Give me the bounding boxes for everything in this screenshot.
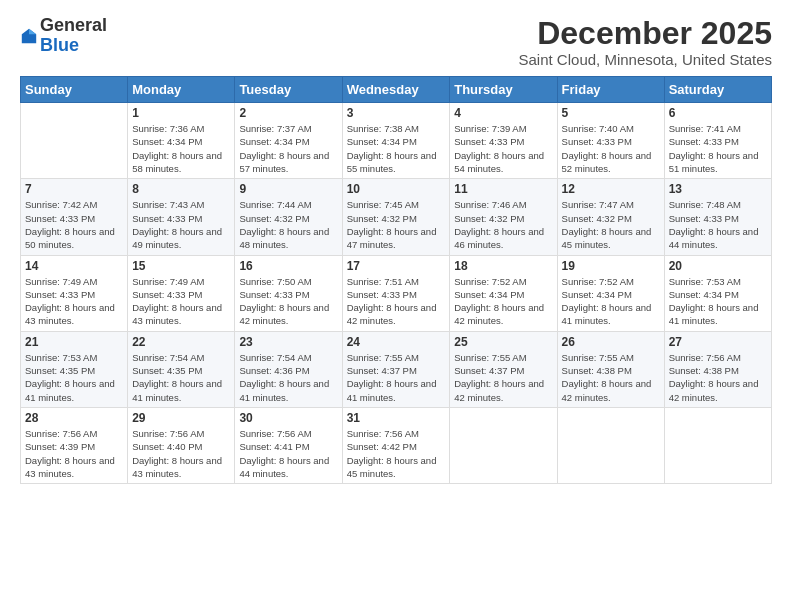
- day-cell: 13Sunrise: 7:48 AMSunset: 4:33 PMDayligh…: [664, 179, 771, 255]
- logo-text: General Blue: [40, 16, 107, 56]
- weekday-monday: Monday: [128, 77, 235, 103]
- day-info: Sunrise: 7:39 AMSunset: 4:33 PMDaylight:…: [454, 122, 552, 175]
- day-number: 24: [347, 335, 446, 349]
- day-number: 19: [562, 259, 660, 273]
- day-info: Sunrise: 7:52 AMSunset: 4:34 PMDaylight:…: [562, 275, 660, 328]
- day-cell: 25Sunrise: 7:55 AMSunset: 4:37 PMDayligh…: [450, 331, 557, 407]
- day-info: Sunrise: 7:38 AMSunset: 4:34 PMDaylight:…: [347, 122, 446, 175]
- day-cell: [450, 407, 557, 483]
- day-number: 26: [562, 335, 660, 349]
- day-cell: 27Sunrise: 7:56 AMSunset: 4:38 PMDayligh…: [664, 331, 771, 407]
- day-cell: 14Sunrise: 7:49 AMSunset: 4:33 PMDayligh…: [21, 255, 128, 331]
- day-cell: 22Sunrise: 7:54 AMSunset: 4:35 PMDayligh…: [128, 331, 235, 407]
- day-info: Sunrise: 7:54 AMSunset: 4:35 PMDaylight:…: [132, 351, 230, 404]
- logo-blue-text: Blue: [40, 36, 107, 56]
- day-number: 8: [132, 182, 230, 196]
- weekday-header-row: SundayMondayTuesdayWednesdayThursdayFrid…: [21, 77, 772, 103]
- day-cell: 10Sunrise: 7:45 AMSunset: 4:32 PMDayligh…: [342, 179, 450, 255]
- day-number: 22: [132, 335, 230, 349]
- day-number: 3: [347, 106, 446, 120]
- weekday-tuesday: Tuesday: [235, 77, 342, 103]
- day-info: Sunrise: 7:48 AMSunset: 4:33 PMDaylight:…: [669, 198, 767, 251]
- header-area: General Blue December 2025 Saint Cloud, …: [20, 16, 772, 68]
- day-number: 14: [25, 259, 123, 273]
- day-info: Sunrise: 7:49 AMSunset: 4:33 PMDaylight:…: [25, 275, 123, 328]
- day-number: 11: [454, 182, 552, 196]
- day-number: 10: [347, 182, 446, 196]
- weekday-wednesday: Wednesday: [342, 77, 450, 103]
- day-cell: 12Sunrise: 7:47 AMSunset: 4:32 PMDayligh…: [557, 179, 664, 255]
- day-info: Sunrise: 7:45 AMSunset: 4:32 PMDaylight:…: [347, 198, 446, 251]
- day-cell: 9Sunrise: 7:44 AMSunset: 4:32 PMDaylight…: [235, 179, 342, 255]
- weekday-saturday: Saturday: [664, 77, 771, 103]
- weekday-thursday: Thursday: [450, 77, 557, 103]
- day-number: 28: [25, 411, 123, 425]
- day-info: Sunrise: 7:51 AMSunset: 4:33 PMDaylight:…: [347, 275, 446, 328]
- month-title: December 2025: [519, 16, 772, 51]
- day-cell: [557, 407, 664, 483]
- day-number: 30: [239, 411, 337, 425]
- day-number: 6: [669, 106, 767, 120]
- location-title: Saint Cloud, Minnesota, United States: [519, 51, 772, 68]
- day-info: Sunrise: 7:55 AMSunset: 4:37 PMDaylight:…: [454, 351, 552, 404]
- day-info: Sunrise: 7:46 AMSunset: 4:32 PMDaylight:…: [454, 198, 552, 251]
- week-row-0: 1Sunrise: 7:36 AMSunset: 4:34 PMDaylight…: [21, 103, 772, 179]
- day-cell: 8Sunrise: 7:43 AMSunset: 4:33 PMDaylight…: [128, 179, 235, 255]
- week-row-4: 28Sunrise: 7:56 AMSunset: 4:39 PMDayligh…: [21, 407, 772, 483]
- day-cell: 31Sunrise: 7:56 AMSunset: 4:42 PMDayligh…: [342, 407, 450, 483]
- day-cell: 11Sunrise: 7:46 AMSunset: 4:32 PMDayligh…: [450, 179, 557, 255]
- logo-icon: [20, 27, 38, 45]
- day-cell: [664, 407, 771, 483]
- day-info: Sunrise: 7:43 AMSunset: 4:33 PMDaylight:…: [132, 198, 230, 251]
- day-cell: 16Sunrise: 7:50 AMSunset: 4:33 PMDayligh…: [235, 255, 342, 331]
- day-info: Sunrise: 7:49 AMSunset: 4:33 PMDaylight:…: [132, 275, 230, 328]
- day-cell: 7Sunrise: 7:42 AMSunset: 4:33 PMDaylight…: [21, 179, 128, 255]
- logo-general-text: General: [40, 16, 107, 36]
- svg-marker-1: [29, 29, 36, 34]
- day-cell: [21, 103, 128, 179]
- day-info: Sunrise: 7:40 AMSunset: 4:33 PMDaylight:…: [562, 122, 660, 175]
- day-info: Sunrise: 7:56 AMSunset: 4:39 PMDaylight:…: [25, 427, 123, 480]
- day-number: 7: [25, 182, 123, 196]
- week-row-3: 21Sunrise: 7:53 AMSunset: 4:35 PMDayligh…: [21, 331, 772, 407]
- day-cell: 28Sunrise: 7:56 AMSunset: 4:39 PMDayligh…: [21, 407, 128, 483]
- day-info: Sunrise: 7:52 AMSunset: 4:34 PMDaylight:…: [454, 275, 552, 328]
- day-info: Sunrise: 7:37 AMSunset: 4:34 PMDaylight:…: [239, 122, 337, 175]
- day-cell: 26Sunrise: 7:55 AMSunset: 4:38 PMDayligh…: [557, 331, 664, 407]
- title-area: December 2025 Saint Cloud, Minnesota, Un…: [519, 16, 772, 68]
- day-cell: 5Sunrise: 7:40 AMSunset: 4:33 PMDaylight…: [557, 103, 664, 179]
- day-number: 20: [669, 259, 767, 273]
- day-cell: 17Sunrise: 7:51 AMSunset: 4:33 PMDayligh…: [342, 255, 450, 331]
- day-info: Sunrise: 7:56 AMSunset: 4:40 PMDaylight:…: [132, 427, 230, 480]
- day-cell: 23Sunrise: 7:54 AMSunset: 4:36 PMDayligh…: [235, 331, 342, 407]
- day-number: 2: [239, 106, 337, 120]
- day-info: Sunrise: 7:53 AMSunset: 4:34 PMDaylight:…: [669, 275, 767, 328]
- day-info: Sunrise: 7:36 AMSunset: 4:34 PMDaylight:…: [132, 122, 230, 175]
- day-info: Sunrise: 7:56 AMSunset: 4:38 PMDaylight:…: [669, 351, 767, 404]
- day-info: Sunrise: 7:55 AMSunset: 4:37 PMDaylight:…: [347, 351, 446, 404]
- day-cell: 18Sunrise: 7:52 AMSunset: 4:34 PMDayligh…: [450, 255, 557, 331]
- day-cell: 24Sunrise: 7:55 AMSunset: 4:37 PMDayligh…: [342, 331, 450, 407]
- week-row-1: 7Sunrise: 7:42 AMSunset: 4:33 PMDaylight…: [21, 179, 772, 255]
- day-cell: 6Sunrise: 7:41 AMSunset: 4:33 PMDaylight…: [664, 103, 771, 179]
- day-number: 1: [132, 106, 230, 120]
- day-info: Sunrise: 7:53 AMSunset: 4:35 PMDaylight:…: [25, 351, 123, 404]
- day-cell: 2Sunrise: 7:37 AMSunset: 4:34 PMDaylight…: [235, 103, 342, 179]
- day-number: 9: [239, 182, 337, 196]
- day-number: 23: [239, 335, 337, 349]
- day-info: Sunrise: 7:47 AMSunset: 4:32 PMDaylight:…: [562, 198, 660, 251]
- day-info: Sunrise: 7:44 AMSunset: 4:32 PMDaylight:…: [239, 198, 337, 251]
- page: General Blue December 2025 Saint Cloud, …: [0, 0, 792, 612]
- day-info: Sunrise: 7:54 AMSunset: 4:36 PMDaylight:…: [239, 351, 337, 404]
- weekday-sunday: Sunday: [21, 77, 128, 103]
- day-cell: 1Sunrise: 7:36 AMSunset: 4:34 PMDaylight…: [128, 103, 235, 179]
- calendar: SundayMondayTuesdayWednesdayThursdayFrid…: [20, 76, 772, 484]
- day-info: Sunrise: 7:56 AMSunset: 4:42 PMDaylight:…: [347, 427, 446, 480]
- day-info: Sunrise: 7:41 AMSunset: 4:33 PMDaylight:…: [669, 122, 767, 175]
- day-cell: 20Sunrise: 7:53 AMSunset: 4:34 PMDayligh…: [664, 255, 771, 331]
- day-number: 13: [669, 182, 767, 196]
- day-number: 17: [347, 259, 446, 273]
- day-number: 25: [454, 335, 552, 349]
- day-cell: 21Sunrise: 7:53 AMSunset: 4:35 PMDayligh…: [21, 331, 128, 407]
- day-number: 31: [347, 411, 446, 425]
